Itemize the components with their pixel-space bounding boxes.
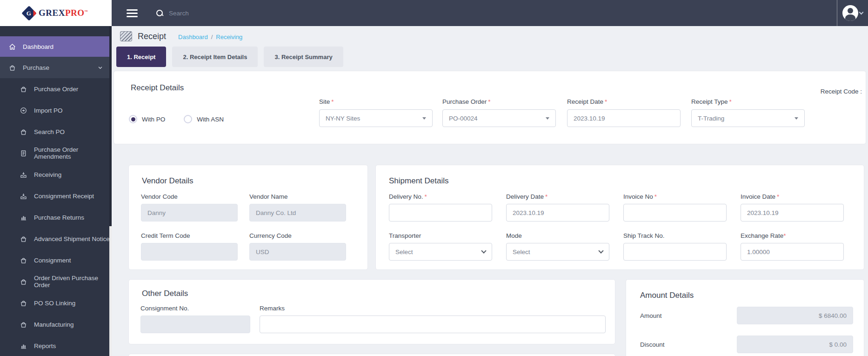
- required-marker: *: [729, 98, 732, 105]
- other-details-card: Other Details Consignment No. Remarks: [128, 279, 615, 344]
- radio-with-asn-control[interactable]: [184, 115, 192, 123]
- page-title: Receipt: [138, 32, 166, 41]
- transporter-field: Transporter Select: [389, 232, 492, 261]
- tab-receipt-summary[interactable]: 3. Receipt Summary: [264, 47, 343, 67]
- ship-track-no-input[interactable]: [623, 243, 727, 261]
- purchase-order-select[interactable]: PO-00024: [442, 109, 556, 127]
- receipt-date-input[interactable]: [567, 109, 681, 127]
- brand-diamond-icon: G: [21, 6, 37, 21]
- breadcrumb-receiving-link[interactable]: Receiving: [216, 34, 242, 40]
- invoice-date-field: Invoice Date*: [741, 193, 844, 222]
- remarks-input[interactable]: [260, 316, 606, 333]
- vendor-code-field: Vendor Code: [141, 193, 238, 222]
- delivery-no-input[interactable]: [389, 204, 492, 222]
- sidebar-item-order-driven-po[interactable]: Order Driven Purchase Order: [0, 271, 112, 292]
- sidebar-item-purchase[interactable]: Purchase: [0, 57, 112, 78]
- required-marker: *: [605, 98, 607, 105]
- ship-track-no-field: Ship Track No.: [623, 232, 727, 261]
- amount-details-card: Amount Details Amount Discount: [626, 279, 864, 356]
- invoice-no-input[interactable]: [623, 204, 727, 222]
- chevron-down-icon: [859, 10, 864, 14]
- delivery-no-field: Delivery No.*: [389, 193, 492, 222]
- sidebar-item-search-po[interactable]: Search PO: [0, 121, 112, 142]
- import-arrow-icon: [20, 107, 27, 114]
- radio-with-po[interactable]: With PO: [129, 115, 165, 123]
- amount-input[interactable]: [737, 307, 853, 324]
- menu-toggle-icon[interactable]: [127, 9, 138, 17]
- sidebar-item-consignment-receipt[interactable]: Consignment Receipt: [0, 185, 112, 207]
- user-menu[interactable]: [837, 5, 868, 21]
- sidebar-item-po-amendments[interactable]: Purchase Order Amendments: [0, 142, 112, 164]
- user-avatar: [842, 5, 858, 21]
- global-search: [156, 10, 280, 17]
- sidebar-item-purchase-order[interactable]: Purchase Order: [0, 78, 112, 100]
- credit-term-code-field: Credit Term Code: [141, 232, 238, 261]
- basket-icon: [20, 235, 27, 243]
- inbox-tray-icon: [20, 171, 27, 179]
- search-icon: [156, 10, 163, 17]
- sidebar-item-purchase-returns[interactable]: Purchase Returns: [0, 207, 112, 228]
- main-content: Receipt Dashboard / Receiving 1. Receipt…: [112, 26, 868, 356]
- delivery-date-field: Delivery Date*: [506, 193, 609, 222]
- basket-icon: [20, 278, 27, 286]
- consignment-no-input[interactable]: [140, 316, 250, 333]
- sidebar-item-po-so-linking[interactable]: PO SO Linking: [0, 292, 112, 314]
- vendor-code-input[interactable]: [141, 204, 238, 222]
- chevron-down-icon: [598, 248, 603, 253]
- required-marker: *: [777, 193, 779, 200]
- site-select[interactable]: NY-NY Sites: [319, 109, 433, 127]
- sidebar-item-advanced-shipment-notice[interactable]: Advanced Shipment Notice: [0, 228, 112, 249]
- radio-with-asn[interactable]: With ASN: [184, 115, 224, 123]
- sidebar-item-receiving[interactable]: Receiving: [0, 164, 112, 185]
- remarks-field: Remarks: [260, 305, 606, 333]
- tab-receipt[interactable]: 1. Receipt: [116, 47, 166, 67]
- brand-name: GREXPRO™: [39, 8, 88, 18]
- chevron-down-icon: [481, 248, 486, 253]
- basket-icon: [8, 64, 16, 72]
- sidebar-item-reports[interactable]: Reports: [0, 335, 112, 356]
- delivery-date-input[interactable]: [506, 204, 609, 222]
- wizard-tabs: 1. Receipt 2. Receipt Item Details 3. Re…: [116, 47, 868, 67]
- search-input[interactable]: [169, 10, 280, 17]
- exchange-rate-field: Exchange Rate*: [741, 232, 844, 261]
- transporter-select[interactable]: Select: [389, 243, 492, 261]
- vendor-details-heading: Vendor Details: [142, 176, 194, 186]
- credit-term-code-input[interactable]: [141, 243, 238, 261]
- shipment-details-card: Shipment Details Delivery No.* Delivery …: [375, 165, 864, 270]
- purchase-order-field: Purchase Order* PO-00024: [442, 98, 556, 127]
- caret-down-icon: [546, 117, 549, 120]
- tab-receipt-item-details[interactable]: 2. Receipt Item Details: [172, 47, 258, 67]
- basket-icon: [20, 128, 27, 136]
- sidebar-item-manufacturing[interactable]: Manufacturing: [0, 314, 112, 335]
- radio-with-po-control[interactable]: [129, 115, 137, 123]
- chevron-down-icon: [96, 64, 104, 72]
- discount-input[interactable]: [737, 336, 853, 353]
- sidebar-item-consignment[interactable]: Consignment: [0, 249, 112, 271]
- shipment-details-heading: Shipment Details: [389, 176, 449, 186]
- exchange-rate-input[interactable]: [741, 243, 844, 261]
- receipt-type-select[interactable]: T-Trading: [691, 109, 805, 127]
- document-icon: [20, 149, 27, 157]
- basket-icon: [20, 321, 27, 329]
- vendor-name-input[interactable]: [249, 204, 346, 222]
- sidebar-item-dashboard[interactable]: Dashboard: [0, 36, 112, 57]
- amount-label: Amount: [640, 312, 662, 319]
- currency-code-field: Currency Code: [249, 232, 346, 261]
- home-icon: [8, 43, 16, 51]
- mode-select[interactable]: Select: [506, 243, 609, 261]
- page-header: Receipt Dashboard / Receiving: [112, 26, 868, 43]
- mode-field: Mode Select: [506, 232, 609, 261]
- required-marker: *: [545, 193, 548, 200]
- sidebar-item-import-po[interactable]: Import PO: [0, 100, 112, 121]
- required-marker: *: [654, 193, 657, 200]
- bar-chart-icon: [20, 214, 27, 222]
- site-field: Site* NY-NY Sites: [319, 98, 433, 127]
- brand-logo[interactable]: G GREXPRO™: [0, 0, 112, 26]
- invoice-date-input[interactable]: [741, 204, 844, 222]
- caret-down-icon: [795, 117, 798, 120]
- next-section-card-partial: [128, 354, 615, 356]
- breadcrumb-dashboard-link[interactable]: Dashboard: [178, 34, 208, 40]
- required-marker: *: [425, 193, 427, 200]
- receipt-date-field: Receipt Date*: [567, 98, 681, 127]
- currency-code-input[interactable]: [249, 243, 346, 261]
